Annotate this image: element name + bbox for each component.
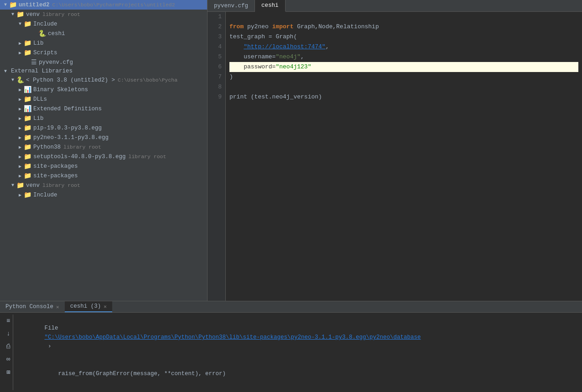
folder-icon: 📁 [24, 95, 31, 103]
sidebar-item-scripts[interactable]: ▶ 📁 Scripts [0, 48, 207, 57]
loop-icon[interactable]: ∞ [5, 355, 11, 364]
sidebar-item-include-bottom[interactable]: ▶ 📁 Include [0, 190, 207, 200]
console-file-link-1[interactable]: "C:\Users\bobo\AppData\Local\Programs\Py… [44, 334, 421, 340]
sidebar-label: Binary Skeletons [33, 87, 88, 93]
close-icon[interactable]: ✕ [104, 304, 107, 309]
builtin-print: print [229, 92, 247, 102]
sidebar-label: setuptools-40.8.0-py3.8.egg [33, 154, 126, 160]
string-value: "neo4j" [275, 52, 301, 62]
sidebar-label: venv [26, 11, 40, 18]
folder-icon: 📁 [24, 49, 31, 57]
folder-icon: 📁 [24, 143, 31, 151]
folder-icon: 📁 [16, 181, 24, 189]
arrow-icon: ▶ [16, 192, 24, 198]
folder-icon: 📁 [16, 10, 24, 18]
print-icon[interactable]: ⎙ [5, 342, 11, 351]
folder-icon: 📁 [24, 172, 31, 180]
sidebar-item-external-libraries[interactable]: ▼ External Libraries [0, 67, 207, 75]
arrow-icon: ▼ [9, 12, 16, 17]
tab-pyvenv[interactable]: pyvenv.cfg [208, 0, 255, 11]
sidebar-item-python38[interactable]: ▼ 🐍 < Python 3.8 (untitled2) > C:\Users\… [0, 75, 207, 85]
code-line-8 [229, 82, 578, 92]
cfg-file-icon: ☰ [31, 58, 37, 66]
code-line-6: password= "neo4j123" [229, 62, 578, 72]
arrow-icon: ▶ [16, 154, 24, 160]
folder-icon: 📁 [24, 191, 31, 199]
editor-area: pyvenv.cfg ceshi 1 2 3 4 5 6 7 8 9 [208, 0, 582, 301]
code-line-5: username= "neo4j" , [229, 52, 578, 62]
grid-icon[interactable]: ⊞ [5, 367, 11, 377]
sidebar-item-venv2[interactable]: ▼ 📁 venv library root [0, 181, 207, 190]
sidebar-label: Lib [33, 40, 44, 46]
editor-tabs: pyvenv.cfg ceshi [208, 0, 582, 12]
bar-folder-icon: 📊 [24, 86, 31, 93]
console-line-2: raise_from(GraphError(message, **content… [17, 360, 578, 387]
console-line-1: File "C:\Users\bobo\AppData\Local\Progra… [17, 315, 578, 360]
sidebar-label: untitled2 [19, 2, 50, 8]
arrow-icon: ▶ [16, 50, 24, 56]
arrow-icon: ▼ [9, 77, 16, 83]
python-file-icon: 🐍 [38, 30, 46, 37]
code-editor[interactable]: from py2neo import Graph,Node,Relationsh… [226, 12, 582, 301]
sidebar-item-py2neo[interactable]: ▶ 📁 py2neo-3.1.1-py3.8.egg [0, 133, 207, 142]
code-line-9: print (test.neo4j_version) [229, 92, 578, 102]
code-line-3: test_graph = Graph( [229, 32, 578, 42]
sidebar-label: DLLs [33, 96, 47, 103]
arrow-icon: ▶ [16, 125, 24, 131]
sidebar-item-python38-lib[interactable]: ▶ 📁 Python38 library root [0, 142, 207, 152]
sidebar-item-venv[interactable]: ▼ 📁 venv library root [0, 10, 207, 19]
arrow-icon: ▶ [16, 173, 24, 179]
sidebar-sublabel: library root [63, 144, 101, 150]
sidebar-label: External Libraries [11, 68, 73, 74]
arrow-icon: ▶ [16, 164, 24, 169]
sidebar-item-dlls[interactable]: ▶ 📁 DLLs [0, 94, 207, 104]
sidebar-label: Lib [33, 115, 44, 122]
line-numbers: 1 2 3 4 5 6 7 8 9 [208, 12, 226, 301]
sidebar-sublabel: C:\Users\bobo\PycharmProjects\untitled2 [52, 2, 175, 8]
sidebar-label: py2neo-3.1.1-py3.8.egg [33, 134, 109, 141]
sidebar-label: site-packages [33, 173, 78, 179]
keyword-import: import [272, 22, 294, 32]
arrow-icon: ▶ [16, 116, 24, 121]
sidebar-item-lib[interactable]: ▶ 📁 Lib [0, 38, 207, 48]
folder-icon: 📁 [24, 20, 31, 28]
folder-icon: 📁 [24, 134, 31, 141]
console-output: File "C:\Users\bobo\AppData\Local\Progra… [17, 315, 578, 390]
sidebar-label: pip-19.0.3-py3.8.egg [33, 125, 102, 131]
close-icon[interactable]: ✕ [56, 304, 59, 310]
sidebar-label: ceshi [48, 31, 65, 37]
sidebar-item-extended-defs[interactable]: ▶ 📊 Extended Definitions [0, 104, 207, 113]
console-toolbar: ≡ ↓ ⎙ ∞ ⊞ [4, 315, 13, 390]
arrow-icon: ▶ [16, 97, 24, 102]
bottom-panel: Python Console ✕ ceshi (3) ✕ ≡ ↓ ⎙ ∞ ⊞ F… [0, 301, 582, 392]
scroll-down-icon[interactable]: ↓ [5, 329, 11, 338]
sidebar-item-site-packages-2[interactable]: ▶ 📁 site-packages [0, 171, 207, 181]
sidebar-item-lib2[interactable]: ▶ 📁 Lib [0, 113, 207, 123]
sidebar-item-binary-skeletons[interactable]: ▶ 📊 Binary Skeletons [0, 85, 207, 94]
folder-icon: 📁 [24, 124, 31, 132]
sidebar-item-pyvenv[interactable]: ☰ pyvenv.cfg [0, 57, 207, 67]
filter-icon[interactable]: ≡ [5, 316, 11, 325]
folder-icon: 📁 [24, 162, 31, 170]
console-line-3: File "C:\Users\bobo\AppData\Local\Progra… [17, 387, 578, 390]
tab-label: ceshi [261, 2, 279, 9]
tab-label: pyvenv.cfg [214, 3, 248, 9]
tab-ceshi-console[interactable]: ceshi (3) ✕ [65, 301, 112, 312]
bottom-content: ≡ ↓ ⎙ ∞ ⊞ File "C:\Users\bobo\AppData\Lo… [0, 313, 582, 392]
sidebar-item-untitled2[interactable]: ▼ 📁 untitled2 C:\Users\bobo\PycharmProje… [0, 0, 207, 10]
sidebar-item-ceshi[interactable]: 🐍 ceshi [0, 29, 207, 38]
tab-python-console[interactable]: Python Console ✕ [0, 302, 65, 312]
main-area: ▼ 📁 untitled2 C:\Users\bobo\PycharmProje… [0, 0, 582, 301]
arrow-icon: ▶ [16, 41, 24, 46]
sidebar-sublabel: library root [42, 11, 80, 17]
keyword-from: from [229, 22, 244, 32]
tab-ceshi[interactable]: ceshi [255, 0, 286, 12]
sidebar-item-setuptools[interactable]: ▶ 📁 setuptools-40.8.0-py3.8.egg library … [0, 152, 207, 161]
code-line-7: ) [229, 72, 578, 82]
sidebar-item-site-packages-1[interactable]: ▶ 📁 site-packages [0, 161, 207, 171]
sidebar-item-pip[interactable]: ▶ 📁 pip-19.0.3-py3.8.egg [0, 123, 207, 133]
folder-icon: 📁 [24, 153, 31, 160]
arrow-icon: ▼ [16, 21, 24, 26]
sidebar-label: Python38 [33, 144, 61, 150]
sidebar-item-include[interactable]: ▼ 📁 Include [0, 19, 207, 29]
